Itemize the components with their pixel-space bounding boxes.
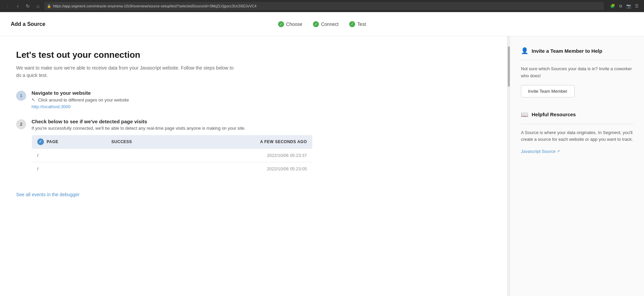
- table-row: / 2022/10/06 05:23:37: [32, 149, 313, 162]
- window-button[interactable]: ⧉: [617, 3, 624, 9]
- step-2-number: 2: [16, 119, 26, 129]
- step-2-desc: If you're successfully connected, we'll …: [32, 126, 313, 131]
- back-button[interactable]: ‹: [4, 2, 11, 10]
- browser-chrome: ‹ › ↻ ⌂ 🔒 https://app.segment.com/miracl…: [0, 0, 644, 12]
- events-table: ✓ PAGE Success A few seconds ago: [32, 135, 313, 176]
- step-2-content: Check below to see if we've detected pag…: [32, 119, 313, 176]
- check-circle-icon: ✓: [37, 138, 44, 145]
- external-link-icon: ↗: [557, 149, 560, 154]
- page-title: Add a Source: [11, 21, 45, 27]
- step-choose-label: Choose: [286, 22, 302, 27]
- step-connect: ✓ Connect: [313, 21, 338, 27]
- table-row: / 2022/10/06 05:23:05: [32, 162, 313, 175]
- address-bar[interactable]: 🔒 https://app.segment.com/miracle-onyenm…: [44, 2, 604, 10]
- extensions-button[interactable]: 🧩: [609, 3, 616, 9]
- step-2-title: Check below to see if we've detected pag…: [32, 119, 313, 124]
- step-connect-check: ✓: [313, 21, 319, 27]
- step-1-content: Navigate to your website ↖ Click around …: [32, 90, 313, 109]
- step-test-check: ✓: [349, 21, 355, 27]
- lock-icon: 🔒: [47, 4, 51, 8]
- invite-section: 👤 Invite a Team Member to Help Not sure …: [521, 47, 633, 97]
- table-header-row: ✓ PAGE Success A few seconds ago: [32, 135, 313, 149]
- helpful-section-text: A Source is where your data originates. …: [521, 129, 633, 143]
- table-cell-time-2: 2022/10/06 05:23:05: [179, 162, 313, 175]
- step-choose-check: ✓: [278, 21, 284, 27]
- table-cell-time-1: 2022/10/06 05:23:37: [179, 149, 313, 162]
- step-choose: ✓ Choose: [278, 21, 302, 27]
- scroll-area: Let's test out your connection We want t…: [0, 36, 510, 296]
- step-1-title: Navigate to your website: [32, 90, 313, 96]
- scroll-thumb[interactable]: [508, 46, 510, 87]
- table-header-status: Success: [106, 135, 179, 149]
- person-icon: 👤: [521, 47, 528, 54]
- main-layout: Let's test out your connection We want t…: [0, 36, 644, 296]
- helpful-resources-section: 📖 Helpful Resources A Source is where yo…: [521, 108, 633, 154]
- invite-team-member-button[interactable]: Invite Team Member: [521, 85, 575, 97]
- page-subtitle: We want to make sure we're able to recei…: [16, 64, 234, 79]
- table-cell-path-1: /: [32, 149, 106, 162]
- invite-section-header: 👤 Invite a Team Member to Help: [521, 47, 633, 60]
- localhost-link[interactable]: http://localhost:3000: [32, 104, 70, 109]
- javascript-source-link[interactable]: Javascript Source ↗: [521, 149, 560, 154]
- table-header-type: ✓ PAGE: [32, 135, 106, 149]
- invite-section-text: Not sure which Sources your data is in? …: [521, 66, 633, 80]
- step-1-number: 1: [16, 91, 26, 101]
- app-header: Add a Source ✓ Choose ✓ Connect ✓ Test: [0, 12, 644, 36]
- table-cell-empty-1: [106, 149, 179, 162]
- scroll-track[interactable]: [507, 36, 510, 296]
- table-cell-path-2: /: [32, 162, 106, 175]
- step-test: ✓ Test: [349, 21, 366, 27]
- helpful-section-header: 📖 Helpful Resources: [521, 111, 633, 124]
- helpful-section-title: Helpful Resources: [532, 112, 576, 117]
- see-all-link[interactable]: See all events in the debugger: [16, 192, 79, 197]
- sidebar: 👤 Invite a Team Member to Help Not sure …: [510, 36, 644, 296]
- forward-button[interactable]: ›: [14, 2, 21, 10]
- step-1-desc: ↖ Click around to different pages on you…: [32, 97, 313, 102]
- step-indicator: ✓ Choose ✓ Connect ✓ Test: [278, 21, 366, 27]
- browser-actions: 🧩 ⧉ 📷 ☰: [609, 3, 640, 9]
- url-text: https://app.segment.com/miracle-onyenma-…: [53, 4, 257, 8]
- refresh-button[interactable]: ↻: [24, 2, 32, 10]
- page-heading: Let's test out your connection: [16, 50, 313, 60]
- menu-button[interactable]: ☰: [633, 3, 640, 9]
- step-test-label: Test: [357, 22, 366, 27]
- step-connect-label: Connect: [321, 22, 338, 27]
- home-button[interactable]: ⌂: [34, 2, 42, 10]
- scroll-content: Let's test out your connection We want t…: [0, 36, 507, 296]
- content-area: Let's test out your connection We want t…: [0, 36, 329, 211]
- cursor-icon: ↖: [32, 97, 36, 102]
- step-2-item: 2 Check below to see if we've detected p…: [16, 119, 313, 176]
- book-icon: 📖: [521, 111, 528, 118]
- step-1-item: 1 Navigate to your website ↖ Click aroun…: [16, 90, 313, 109]
- table-header-time: A few seconds ago: [179, 135, 313, 149]
- invite-section-title: Invite a Team Member to Help: [532, 48, 602, 54]
- screenshot-button[interactable]: 📷: [625, 3, 632, 9]
- table-cell-empty-2: [106, 162, 179, 175]
